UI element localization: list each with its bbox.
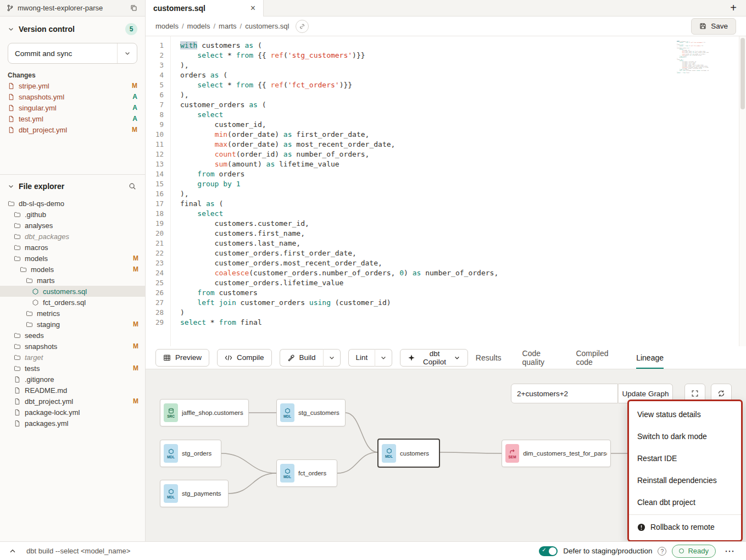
close-tab-button[interactable]: × [250,4,255,13]
node-kind-icon: SEM [505,444,519,463]
file-tree-item[interactable]: analyses [0,220,145,231]
line-number: 28 [146,308,164,318]
editor-scrollbar[interactable] [739,36,746,346]
file-tree-item[interactable]: target [0,352,145,363]
menu-item-reinstall-dependencies[interactable]: Reinstall dependencies [629,469,741,491]
scrollbar-thumb[interactable] [741,38,745,109]
lineage-node-stg_customers[interactable]: MDLstg_customers [276,399,346,426]
code-editor[interactable]: with customers as ( select * from {{ ref… [171,36,746,346]
changed-file-row[interactable]: dbt_project.ymlM [8,124,137,135]
lint-button[interactable]: Lint [348,349,376,367]
file-icon [14,409,21,416]
file-tree-item[interactable]: marts [0,275,145,286]
file-explorer-section: File explorer db-sl-qs-demo.githubanalys… [0,175,145,541]
file-name: .github [25,210,46,219]
changed-file-row[interactable]: stripe.ymlM [8,80,137,91]
file-name: metrics [37,309,60,318]
copy-file-link-button[interactable] [296,20,309,33]
tab-code-quality[interactable]: Code quality [522,346,555,369]
lineage-node-customers[interactable]: MDLcustomers [377,439,440,468]
line-number: 8 [146,110,164,120]
editor-tab-customers[interactable]: customers.sql × [146,0,264,16]
chevron-down-icon [329,354,335,361]
more-options-button[interactable]: ⋯ [721,545,738,557]
tab-results[interactable]: Results [476,346,502,369]
tab-compiled-code[interactable]: Compiled code [576,346,615,369]
lineage-node-jaffle_shop.customers[interactable]: SRCjaffle_shop.customers [160,399,249,426]
breadcrumb-separator: / [182,22,184,30]
node-label: stg_payments [182,490,221,497]
model-icon [168,489,174,495]
lineage-node-dim_customers_test_for_parse[interactable]: SEMdim_customers_test_for_parse [502,440,611,467]
chevron-down-icon [8,183,14,190]
changed-file-row[interactable]: snapshots.ymlA [8,91,137,102]
node-kind-label: SEM [509,455,516,459]
menu-item-view-status-details[interactable]: View status details [629,403,741,425]
minimap-line: select * from {{ ref('stg_customers')}} [677,42,709,43]
file-name: analyses [25,221,53,230]
file-tree-item[interactable]: README.md [0,385,145,396]
folder-icon [8,200,15,207]
lineage-node-fct_orders[interactable]: MDLfct_orders [276,459,337,487]
file-tree-item[interactable]: fct_orders.sql [0,297,145,308]
changed-file-row[interactable]: singular.ymlA [8,102,137,113]
line-number: 18 [146,209,164,219]
file-tree-item[interactable]: modelsM [0,264,145,275]
file-tree-item[interactable]: macros [0,242,145,253]
file-tree-item[interactable]: db-sl-qs-demo [0,198,145,209]
file-tree-item[interactable]: dbt_packages [0,231,145,242]
menu-item-restart-ide[interactable]: Restart IDE [629,447,741,469]
file-tree-item[interactable]: seeds [0,330,145,341]
help-icon[interactable]: ? [658,547,666,556]
file-tree-item[interactable]: stagingM [0,319,145,330]
line-number: 3 [146,60,164,70]
file-tree-item[interactable]: dbt_project.ymlM [0,396,145,407]
file-tree-item[interactable]: .github [0,209,145,220]
build-options-button[interactable] [324,349,341,367]
file-tree-item[interactable]: .gitignore [0,374,145,385]
build-button[interactable]: Build [280,349,324,367]
file-tree-item[interactable]: customers.sql [0,286,145,297]
table-icon [163,354,171,362]
line-number: 11 [146,140,164,149]
lineage-selector-input[interactable] [511,384,618,403]
compile-button[interactable]: Compile [217,349,272,367]
commit-and-sync-button[interactable]: Commit and sync [8,43,137,64]
lineage-node-stg_payments[interactable]: MDLstg_payments [160,480,229,507]
menu-item-switch-to-dark-mode[interactable]: Switch to dark mode [629,425,741,447]
preview-button[interactable]: Preview [155,349,209,367]
line-number: 17 [146,199,164,209]
file-tree-item[interactable]: testsM [0,363,145,374]
commit-options-button[interactable] [117,43,137,63]
file-tree-item[interactable]: packages.yml [0,418,145,429]
search-files-button[interactable] [127,181,137,191]
new-tab-button[interactable]: + [721,0,746,16]
defer-toggle[interactable]: ✓ [539,546,558,556]
code-line: customers.last_name, [180,239,746,248]
lint-options-button[interactable] [375,349,392,367]
file-tree-item[interactable]: snapshotsM [0,341,145,352]
save-button[interactable]: Save [691,18,736,35]
tab-lineage[interactable]: Lineage [636,346,664,369]
file-tree-item[interactable]: package-lock.yml [0,407,145,418]
node-kind-label: SRC [167,414,175,418]
menu-item-clean-dbt-project[interactable]: Clean dbt project [629,491,741,513]
copy-branch-button[interactable] [129,3,138,13]
minimap[interactable]: with customers as ( select * from {{ ref… [677,41,709,73]
expand-panel-button[interactable] [8,546,18,556]
dbt-copilot-button[interactable]: dbt Copilot [400,349,468,367]
version-control-header[interactable]: Version control 5 [8,23,137,35]
editor-toolbar: Preview Compile Build Lint [146,346,746,369]
command-hint: dbt build --select <model_name> [26,547,130,555]
changed-file-row[interactable]: test.ymlA [8,113,137,124]
file-explorer-header[interactable]: File explorer [0,181,145,191]
chevron-down-icon [8,26,14,32]
hammer-icon [287,354,295,362]
file-icon [14,420,21,427]
code-line: min(order_date) as first_order_date, [180,130,746,140]
file-tree-item[interactable]: metrics [0,308,145,319]
menu-item-rollback-to-remote[interactable]: Rollback to remote [629,516,741,538]
line-number: 20 [146,229,164,239]
file-tree-item[interactable]: modelsM [0,253,145,264]
lineage-node-stg_orders[interactable]: MDLstg_orders [160,440,221,467]
